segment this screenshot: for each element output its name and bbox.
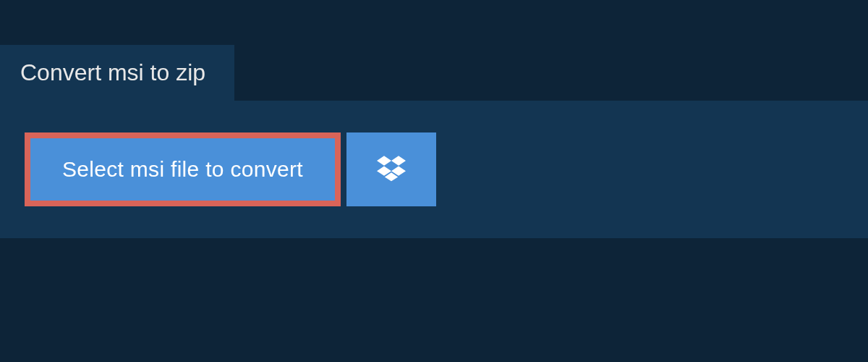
select-file-label: Select msi file to convert: [62, 157, 303, 182]
tab-label: Convert msi to zip: [20, 59, 205, 85]
dropbox-button[interactable]: [346, 132, 436, 206]
tab-convert-msi-to-zip[interactable]: Convert msi to zip: [0, 45, 234, 101]
dropbox-icon: [377, 153, 406, 185]
select-file-button[interactable]: Select msi file to convert: [25, 132, 341, 206]
button-row: Select msi file to convert: [25, 132, 843, 206]
tab-row: Convert msi to zip: [0, 0, 868, 101]
converter-panel: Select msi file to convert: [0, 101, 868, 238]
